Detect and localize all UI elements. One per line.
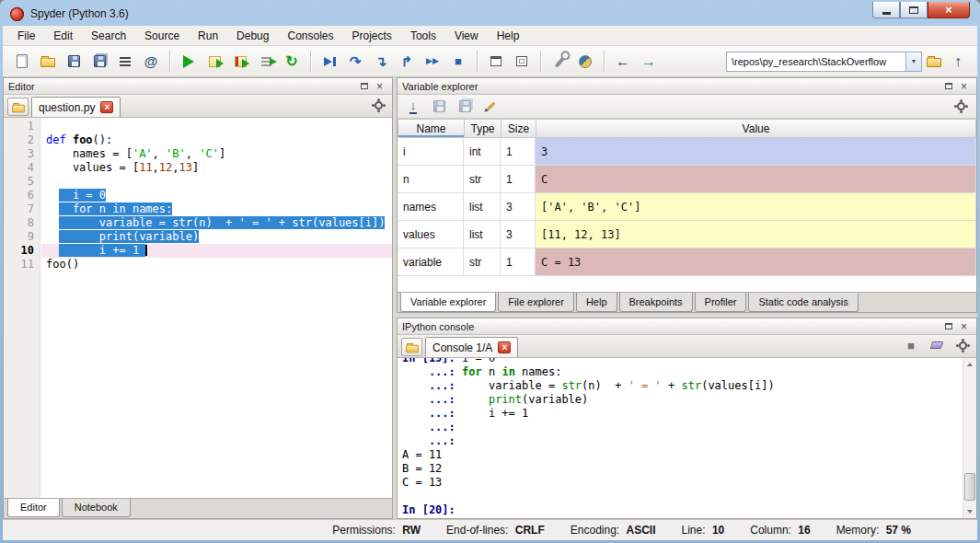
run-button[interactable] (177, 50, 201, 74)
parent-directory-button[interactable]: ↑ (946, 50, 970, 74)
debug-stop-button[interactable]: ■ (446, 50, 470, 74)
variable-value[interactable]: C (536, 166, 976, 193)
console-scrollbar[interactable] (963, 358, 976, 518)
back-button[interactable]: ← (611, 50, 635, 74)
editor-line[interactable]: 9 print(variable) (4, 230, 392, 244)
menu-item-edit[interactable]: Edit (44, 27, 82, 45)
dock-tab-static-code-analysis[interactable]: Static code analysis (748, 293, 858, 312)
scroll-up-button[interactable] (963, 358, 976, 371)
menu-item-run[interactable]: Run (189, 27, 227, 45)
editor-options-button[interactable] (368, 96, 388, 114)
scroll-down-button[interactable] (963, 505, 976, 518)
column-header-value[interactable]: Value (536, 119, 976, 138)
preferences-button[interactable] (548, 50, 571, 74)
variable-row-n[interactable]: nstr1C (398, 166, 976, 193)
column-header-type[interactable]: Type (465, 119, 502, 138)
close-tab-button[interactable]: × (100, 101, 113, 113)
menu-item-help[interactable]: Help (488, 27, 529, 45)
editor-line[interactable]: 10 i += 1 (4, 244, 392, 258)
editor-line[interactable]: 5 (4, 175, 392, 189)
editor-mode-tab-notebook[interactable]: Notebook (62, 499, 131, 517)
console-tab[interactable]: Console 1/A × (425, 337, 518, 357)
titlebar[interactable]: Spyder (Python 3.6) × (3, 2, 977, 26)
debug-continue-button[interactable]: ▶▶ (421, 50, 444, 74)
menu-item-consoles[interactable]: Consoles (278, 27, 342, 45)
import-data-button[interactable]: ↓ (402, 97, 424, 117)
clear-console-button[interactable] (927, 336, 947, 354)
console-pane-header[interactable]: IPython console × (398, 318, 976, 335)
editor-code-area[interactable]: 12def foo():3 names = ['A', 'B', 'C']4 v… (4, 118, 392, 498)
editor-line[interactable]: 4 values = [11,12,13] (4, 161, 392, 175)
close-button[interactable]: × (928, 2, 970, 18)
browse-tabs-button[interactable] (7, 98, 29, 116)
working-directory-dropdown-button[interactable]: ▾ (906, 52, 922, 72)
editor-tab[interactable]: question.py × (31, 97, 121, 117)
column-header-name[interactable]: Name (398, 119, 465, 138)
editor-line[interactable]: 7 for n in names: (4, 202, 392, 216)
save-data-as-button[interactable] (454, 97, 476, 117)
console-undock-button[interactable] (940, 319, 956, 333)
find-symbols-button[interactable]: @ (139, 50, 163, 74)
maximize-button[interactable] (900, 2, 928, 18)
editor-line[interactable]: 6 i = 0 (4, 189, 392, 202)
variable-explorer-close-button[interactable]: × (956, 79, 972, 93)
interrupt-kernel-button[interactable]: ■ (901, 336, 921, 354)
dock-tab-file-explorer[interactable]: File explorer (498, 293, 574, 312)
pythonpath-manager-button[interactable] (573, 50, 597, 74)
menu-item-source[interactable]: Source (135, 27, 189, 45)
variable-explorer-header[interactable]: Variable explorer × (398, 78, 976, 95)
menu-item-debug[interactable]: Debug (227, 27, 278, 45)
console-close-button[interactable]: × (956, 319, 972, 333)
fullscreen-button[interactable] (510, 50, 534, 74)
menu-item-projects[interactable]: Projects (343, 27, 401, 45)
dock-tab-help[interactable]: Help (576, 293, 617, 312)
maximize-pane-button[interactable] (484, 50, 508, 74)
working-directory-input[interactable] (726, 52, 906, 72)
variable-value[interactable]: ['A', 'B', 'C'] (536, 193, 976, 221)
run-selection-button[interactable] (254, 50, 278, 74)
debug-step-over-button[interactable]: ↷ (343, 50, 367, 74)
dock-tab-profiler[interactable]: Profiler (695, 293, 747, 312)
variable-explorer-options-button[interactable] (950, 97, 972, 117)
variable-value[interactable]: 3 (536, 138, 976, 166)
menu-item-view[interactable]: View (445, 27, 488, 45)
dock-tab-variable-explorer[interactable]: Variable explorer (400, 293, 496, 312)
variable-value[interactable]: C = 13 (536, 248, 976, 276)
edit-data-button[interactable] (479, 97, 502, 117)
variable-row-values[interactable]: valueslist3[11, 12, 13] (398, 221, 976, 248)
variable-row-names[interactable]: nameslist3['A', 'B', 'C'] (398, 193, 976, 221)
console-options-button[interactable] (952, 336, 973, 354)
menu-item-file[interactable]: File (8, 27, 44, 45)
console-output[interactable]: In [19]: i = 0 ...: for n in names: ...:… (398, 358, 976, 518)
close-console-tab-button[interactable]: × (498, 341, 511, 353)
variable-value[interactable]: [11, 12, 13] (536, 221, 976, 248)
debug-button[interactable] (317, 50, 341, 74)
column-header-size[interactable]: Size (502, 119, 536, 138)
debug-step-return-button[interactable]: ↱ (395, 50, 419, 74)
minimize-button[interactable] (872, 2, 900, 18)
menu-item-search[interactable]: Search (82, 27, 135, 45)
save-data-button[interactable] (428, 97, 450, 117)
editor-line[interactable]: 3 names = ['A', 'B', 'C'] (4, 147, 392, 161)
run-cell-advance-button[interactable] (228, 50, 252, 74)
editor-line[interactable]: 1 (4, 120, 392, 133)
forward-button[interactable]: → (637, 50, 661, 74)
variable-row-i[interactable]: iint13 (398, 138, 976, 166)
editor-close-button[interactable]: × (372, 79, 387, 93)
editor-mode-tab-editor[interactable]: Editor (7, 499, 60, 517)
run-cell-button[interactable] (202, 50, 226, 74)
save-all-button[interactable] (87, 50, 111, 74)
variable-explorer-undock-button[interactable] (940, 79, 956, 93)
editor-line[interactable]: 11foo() (4, 258, 392, 272)
editor-line[interactable]: 2def foo(): (4, 133, 392, 147)
browse-working-directory-button[interactable] (922, 50, 946, 74)
debug-step-into-button[interactable]: ↴ (369, 50, 393, 74)
file-switcher-button[interactable] (113, 50, 137, 74)
console-browse-tabs-button[interactable] (401, 338, 422, 356)
rerun-button[interactable]: ↻ (280, 50, 304, 74)
editor-pane-header[interactable]: Editor × (4, 78, 392, 95)
dock-tab-breakpoints[interactable]: Breakpoints (619, 293, 693, 312)
menu-item-tools[interactable]: Tools (401, 27, 445, 45)
open-file-button[interactable] (36, 50, 60, 74)
new-file-button[interactable] (10, 50, 34, 74)
